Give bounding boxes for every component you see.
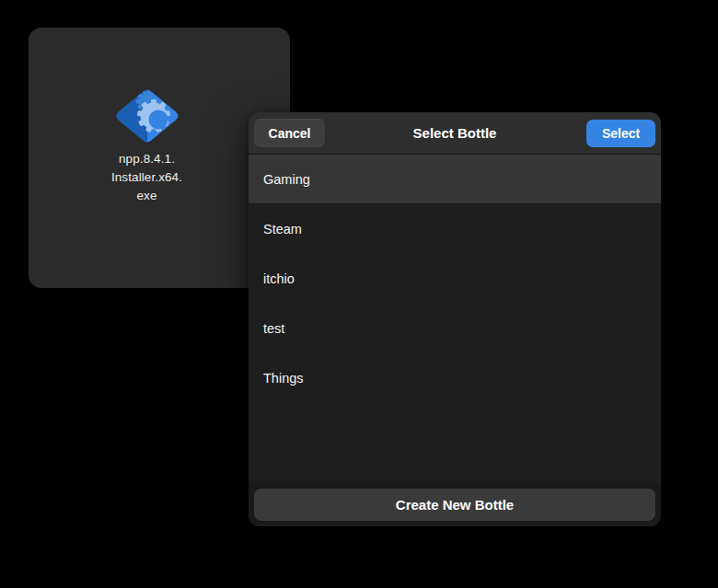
file-name-line: npp.8.4.1.: [111, 150, 182, 168]
windows-executable-icon: [112, 86, 182, 144]
bottle-row-things[interactable]: Things: [249, 353, 661, 403]
dialog-header: Cancel Select Bottle Select: [249, 112, 661, 155]
file-item-npp-installer[interactable]: npp.8.4.1. Installer.x64. exe: [75, 86, 219, 205]
bottle-row-gaming[interactable]: Gaming: [249, 155, 661, 204]
create-new-bottle-button[interactable]: Create New Bottle: [254, 489, 655, 521]
bottle-row-test[interactable]: test: [249, 304, 661, 353]
file-name-line: Installer.x64.: [111, 168, 182, 187]
bottle-row-steam[interactable]: Steam: [249, 204, 661, 254]
file-name-label: npp.8.4.1. Installer.x64. exe: [111, 150, 182, 205]
cancel-button[interactable]: Cancel: [254, 119, 325, 147]
dialog-footer: Create New Bottle: [249, 483, 661, 526]
select-bottle-dialog: Cancel Select Bottle Select Gaming Steam…: [249, 112, 661, 526]
select-button[interactable]: Select: [586, 120, 655, 147]
bottle-row-itchio[interactable]: itchio: [249, 254, 661, 304]
desktop-background: npp.8.4.1. Installer.x64. exe Cancel Sel…: [0, 0, 718, 588]
bottle-list: Gaming Steam itchio test Things: [249, 155, 661, 483]
file-name-line: exe: [111, 187, 182, 205]
